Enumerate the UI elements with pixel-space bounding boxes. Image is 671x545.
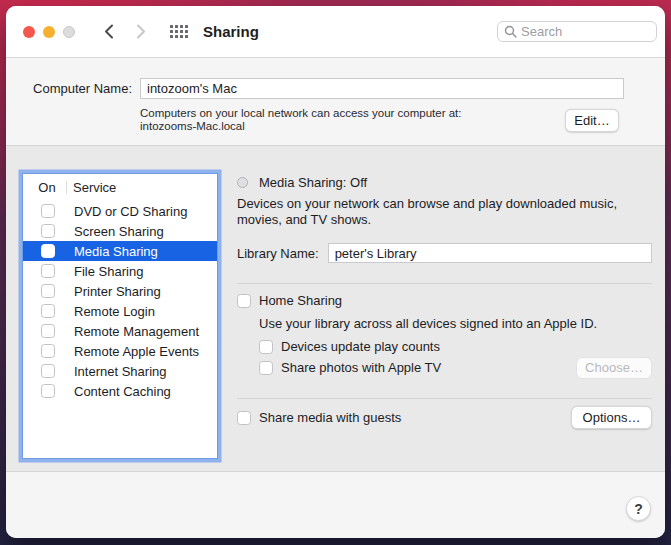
- service-checkbox[interactable]: [41, 264, 55, 278]
- column-separator: [66, 181, 67, 194]
- chevron-right-icon: [136, 24, 146, 39]
- edit-button[interactable]: Edit…: [565, 109, 619, 132]
- computer-name-helper: Computers on your local network can acce…: [140, 107, 462, 132]
- service-label: Screen Sharing: [74, 224, 164, 239]
- service-label: DVD or CD Sharing: [74, 204, 187, 219]
- search-input[interactable]: [521, 24, 641, 39]
- service-row-media-sharing-selected[interactable]: Media Sharing: [23, 241, 217, 261]
- close-button[interactable]: [23, 26, 35, 38]
- helper-line-1: Computers on your local network can acce…: [140, 107, 462, 120]
- forward-button-disabled: [136, 24, 146, 39]
- divider: [237, 398, 652, 399]
- service-checkbox[interactable]: [41, 304, 55, 318]
- home-sharing-row: Home Sharing: [237, 293, 652, 308]
- status-indicator-icon: [237, 177, 248, 188]
- back-button[interactable]: [104, 24, 114, 39]
- options-button[interactable]: Options…: [571, 406, 652, 429]
- computer-name-section: Computer Name: Computers on your local n…: [6, 58, 665, 146]
- choose-button-disabled: Choose…: [576, 357, 652, 379]
- service-checkbox[interactable]: [41, 204, 55, 218]
- on-column-header: On: [35, 180, 59, 195]
- chevron-left-icon: [104, 24, 114, 39]
- service-list-header: On Service: [23, 174, 217, 201]
- service-row-remote-login[interactable]: Remote Login: [23, 301, 217, 321]
- home-sharing-checkbox[interactable]: [237, 294, 251, 308]
- share-media-with-guests-row: Share media with guests Options…: [237, 406, 652, 429]
- divider: [237, 283, 652, 284]
- service-label: Media Sharing: [74, 244, 158, 259]
- service-label: Remote Apple Events: [74, 344, 199, 359]
- traffic-lights: [23, 26, 75, 38]
- media-sharing-status: Media Sharing: Off: [259, 175, 367, 190]
- service-row-printer-sharing[interactable]: Printer Sharing: [23, 281, 217, 301]
- share-photos-checkbox[interactable]: [259, 361, 273, 375]
- service-row-remote-management[interactable]: Remote Management: [23, 321, 217, 341]
- share-photos-label: Share photos with Apple TV: [281, 360, 441, 375]
- minimize-button[interactable]: [43, 26, 55, 38]
- search-field[interactable]: [497, 21, 657, 42]
- devices-update-play-counts-row: Devices update play counts: [259, 339, 652, 354]
- share-photos-row: Share photos with Apple TV Choose…: [259, 356, 652, 379]
- service-label: Remote Login: [74, 304, 155, 319]
- help-button[interactable]: ?: [626, 496, 651, 521]
- service-list: On Service DVD or CD Sharing Screen Shar…: [22, 173, 218, 459]
- share-photos-group: Share photos with Apple TV: [259, 360, 441, 375]
- guests-group: Share media with guests: [237, 410, 401, 425]
- library-name-label: Library Name:: [237, 246, 319, 261]
- media-sharing-status-row: Media Sharing: Off: [237, 175, 652, 190]
- library-name-row: Library Name:: [237, 243, 652, 263]
- search-icon: [504, 25, 517, 38]
- service-checkbox[interactable]: [41, 224, 55, 238]
- home-sharing-description: Use your library across all devices sign…: [259, 316, 652, 331]
- footer-section: ?: [6, 472, 665, 538]
- service-row-remote-apple-events[interactable]: Remote Apple Events: [23, 341, 217, 361]
- title-bar: Sharing: [6, 6, 665, 58]
- library-name-input[interactable]: [328, 243, 652, 263]
- service-row-file-sharing[interactable]: File Sharing: [23, 261, 217, 281]
- service-checkbox[interactable]: [41, 344, 55, 358]
- zoom-button-disabled: [63, 26, 75, 38]
- share-media-with-guests-checkbox[interactable]: [237, 411, 251, 425]
- service-checkbox[interactable]: [41, 384, 55, 398]
- home-sharing-label: Home Sharing: [259, 293, 342, 308]
- service-label: Internet Sharing: [74, 364, 167, 379]
- media-sharing-panel: Media Sharing: Off Devices on your netwo…: [237, 146, 652, 471]
- devices-update-play-counts-checkbox[interactable]: [259, 340, 273, 354]
- service-row-content-caching[interactable]: Content Caching: [23, 381, 217, 401]
- service-label: File Sharing: [74, 264, 143, 279]
- service-checkbox[interactable]: [41, 324, 55, 338]
- devices-update-play-counts-label: Devices update play counts: [281, 339, 440, 354]
- main-section: On Service DVD or CD Sharing Screen Shar…: [6, 146, 665, 472]
- service-checkbox[interactable]: [41, 244, 55, 258]
- show-all-grid-icon[interactable]: [170, 25, 188, 38]
- computer-name-input[interactable]: [140, 78, 624, 99]
- media-sharing-description: Devices on your network can browse and p…: [237, 196, 652, 228]
- service-label: Remote Management: [74, 324, 199, 339]
- service-row-screen-sharing[interactable]: Screen Sharing: [23, 221, 217, 241]
- service-row-dvd-or-cd-sharing[interactable]: DVD or CD Sharing: [23, 201, 217, 221]
- service-column-header: Service: [73, 180, 116, 195]
- page-title: Sharing: [203, 23, 259, 40]
- service-label: Content Caching: [74, 384, 171, 399]
- computer-name-label: Computer Name:: [6, 81, 132, 96]
- sharing-preferences-window: Sharing Computer Name: Computers on your…: [6, 6, 665, 538]
- service-label: Printer Sharing: [74, 284, 161, 299]
- service-checkbox[interactable]: [41, 364, 55, 378]
- helper-line-2: intozooms-Mac.local: [140, 120, 462, 133]
- service-checkbox[interactable]: [41, 284, 55, 298]
- service-row-internet-sharing[interactable]: Internet Sharing: [23, 361, 217, 381]
- share-media-with-guests-label: Share media with guests: [259, 410, 401, 425]
